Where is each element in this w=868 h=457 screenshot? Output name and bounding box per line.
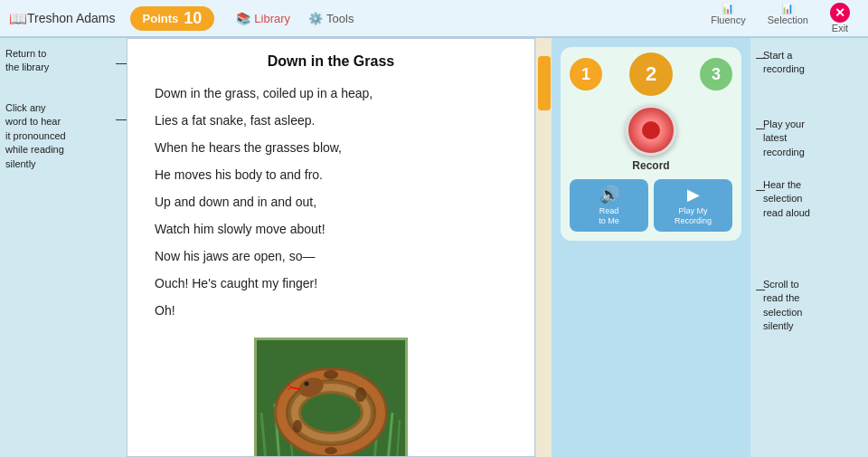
fluency-button[interactable]: 📊 Fluency — [702, 0, 755, 36]
app-logo-icon: 📖 — [9, 10, 27, 27]
library-icon: 📚 — [236, 12, 250, 25]
scrollbar-thumb[interactable] — [538, 56, 551, 110]
selection-label: Selection — [768, 14, 808, 25]
record-button[interactable] — [626, 105, 676, 156]
fluency-panel: 1 2 3 Record 🔊 Readto Me — [561, 47, 741, 241]
right-annotations: Start arecording Play yourlatestrecordin… — [750, 38, 868, 457]
selection-icon: 📊 — [781, 3, 794, 14]
play-recording-line — [756, 129, 765, 129]
step-3-label: 3 — [712, 65, 721, 84]
poem-text-area[interactable]: Down in the Grass Down in the grass, coi… — [127, 38, 535, 457]
svg-point-16 — [324, 370, 338, 379]
play-icon: ▶ — [687, 185, 700, 205]
start-recording-line — [756, 58, 765, 59]
scrollbar[interactable] — [535, 38, 552, 457]
fluency-label: Fluency — [711, 14, 746, 25]
fluency-icon: 📊 — [722, 3, 734, 14]
record-icon — [642, 121, 660, 139]
left-annotations: Return to the library Click any word to … — [0, 38, 127, 457]
fluency-steps: 1 2 3 — [570, 58, 732, 96]
svg-point-19 — [293, 420, 302, 433]
scroll-annotation: Scroll toread theselectionsilently — [763, 278, 802, 334]
exit-label: Exit — [832, 23, 848, 33]
snake-illustration — [254, 338, 408, 457]
activity-buttons: 🔊 Readto Me ▶ Play MyRecording — [570, 179, 732, 232]
svg-point-17 — [355, 387, 366, 402]
poem-line-4[interactable]: He moves his body to and fro. — [155, 166, 507, 184]
step-2-circle: 2 — [629, 52, 673, 96]
read-icon: 🔊 — [599, 185, 619, 205]
play-recording-annotation: Play yourlatestrecording — [763, 118, 805, 159]
play-label: Play MyRecording — [675, 206, 712, 226]
record-label: Record — [632, 159, 669, 172]
poem-line-9[interactable]: Oh! — [155, 301, 507, 319]
svg-point-12 — [305, 382, 309, 386]
nav-bar: 📖 Treshon Adams Points 10 📚 Library ⚙️ T… — [0, 0, 868, 38]
snake-svg — [257, 340, 405, 457]
read-to-me-button[interactable]: 🔊 Readto Me — [570, 179, 648, 232]
read-label: Readto Me — [599, 206, 619, 226]
step-1-circle: 1 — [570, 58, 602, 90]
record-area: Record — [570, 105, 732, 172]
points-value: 10 — [184, 9, 202, 28]
library-button[interactable]: 📚 Library — [227, 8, 299, 29]
poem-line-8[interactable]: Ouch! He's caught my finger! — [155, 274, 507, 292]
svg-point-18 — [325, 447, 337, 454]
right-panel: 1 2 3 Record 🔊 Readto Me — [552, 38, 750, 457]
nav-right-buttons: 📊 Fluency 📊 Selection ✕ Exit — [702, 0, 859, 36]
click-word-annotation: Click any word to hear it pronounced whi… — [5, 101, 66, 171]
hear-selection-line — [756, 190, 765, 191]
return-library-annotation: Return to the library — [5, 47, 49, 75]
library-label: Library — [254, 12, 290, 25]
play-recording-button[interactable]: ▶ Play MyRecording — [654, 179, 732, 232]
selection-button[interactable]: 📊 Selection — [759, 0, 817, 36]
tools-label: Tools — [326, 12, 354, 25]
main-layout: Return to the library Click any word to … — [0, 38, 868, 457]
username-label: Treshon Adams — [27, 11, 116, 25]
hear-selection-annotation: Hear theselectionread aloud — [763, 178, 810, 220]
start-recording-annotation: Start arecording — [763, 49, 805, 77]
poem-line-2[interactable]: Lies a fat snake, fast asleep. — [155, 111, 507, 129]
points-label: Points — [143, 12, 179, 25]
step-2-label: 2 — [646, 62, 656, 86]
exit-button[interactable]: ✕ Exit — [821, 0, 859, 36]
scroll-line — [756, 290, 765, 290]
poem-line-3[interactable]: When he hears the grasses blow, — [155, 138, 507, 157]
tools-button[interactable]: ⚙️ Tools — [299, 8, 363, 29]
tools-icon: ⚙️ — [308, 12, 323, 25]
poem-line-5[interactable]: Up and down and in and out, — [155, 193, 507, 211]
poem-line-6[interactable]: Watch him slowly move about! — [155, 220, 507, 238]
poem-title: Down in the Grass — [155, 53, 507, 70]
step-3-circle: 3 — [700, 58, 732, 90]
poem-line-7[interactable]: Now his jaws are open, so— — [155, 247, 507, 265]
exit-icon: ✕ — [830, 3, 850, 23]
step-1-label: 1 — [581, 65, 590, 84]
poem-line-1[interactable]: Down in the grass, coiled up in a heap, — [155, 84, 507, 102]
points-badge: Points 10 — [130, 6, 215, 31]
